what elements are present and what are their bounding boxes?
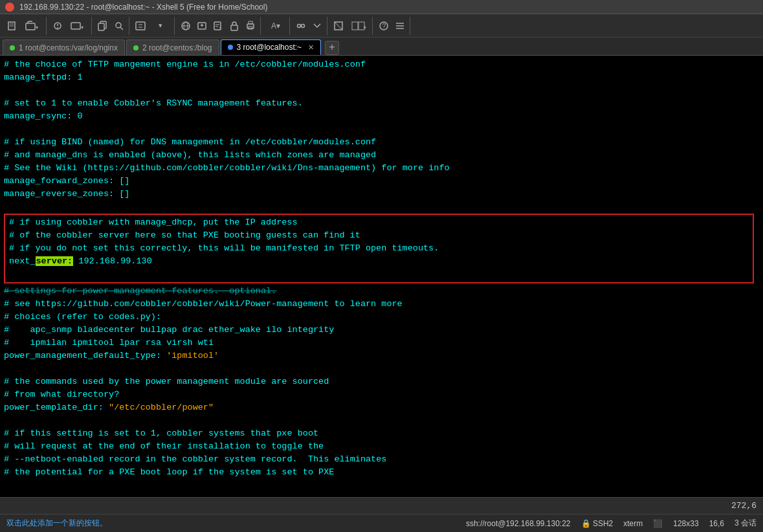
copy-btn[interactable] <box>95 18 111 34</box>
script-btn[interactable] <box>210 18 226 34</box>
line-10: manage_forward_zones: [] <box>4 175 759 188</box>
tab-bar: 1 root@centos:/var/log/nginx 2 root@cent… <box>0 38 763 56</box>
line-12 <box>4 201 759 214</box>
session-count: 3 会话 <box>735 518 757 529</box>
line-9: # See the Wiki (https://github.com/cobbl… <box>4 162 759 175</box>
transfer-btn[interactable] <box>133 18 148 34</box>
svg-point-31 <box>302 24 305 27</box>
line-6 <box>4 123 759 136</box>
line-pm-6 <box>4 362 759 375</box>
line-2: manage_tftpd: 1 <box>4 71 759 84</box>
font-btn[interactable]: A▾ <box>264 18 287 34</box>
add-tab-hint[interactable]: 双击此处添加一个新的按钮。 <box>6 518 107 529</box>
line-pxe-1: # if this setting is set to 1, cobbler s… <box>4 427 759 440</box>
toolbar-group-file: ▾ <box>3 17 47 35</box>
tab-dot-1 <box>10 45 15 50</box>
help-btn[interactable]: ? <box>376 18 392 34</box>
svg-line-34 <box>335 22 342 30</box>
toolbar-group-layout: ▾ <box>329 17 373 35</box>
globe-btn[interactable] <box>178 18 194 34</box>
print-btn[interactable] <box>243 18 258 34</box>
transfer-dropdown-btn[interactable]: ▾ <box>149 18 172 34</box>
title-text: 192.168.99.130:22 - root@localhost:~ - X… <box>19 3 267 12</box>
layout-btn[interactable]: ▾ <box>347 18 370 34</box>
terminal-type: xterm <box>623 519 643 528</box>
new-session-btn[interactable] <box>5 18 20 34</box>
svg-text:▾: ▾ <box>81 25 83 30</box>
properties-dropdown-btn[interactable]: ▾ <box>66 18 89 34</box>
find-btn[interactable] <box>111 18 127 34</box>
line-11: manage_reverse_zones: [] <box>4 188 759 201</box>
svg-rect-14 <box>136 22 145 30</box>
tmpl-value: "/etc/cobbler/power" <box>109 403 214 412</box>
line-tmpl-4 <box>4 414 759 427</box>
cursor-position: 272,6 <box>731 501 757 511</box>
tab-dot-2 <box>133 45 138 50</box>
svg-text:▾: ▾ <box>364 25 366 30</box>
sftp-btn[interactable] <box>194 18 210 34</box>
dimensions-icon: ⬛ <box>653 519 663 528</box>
tab-add-btn[interactable]: + <box>325 41 339 55</box>
line-1: # the choice of TFTP mangement engine is… <box>4 58 759 71</box>
svg-rect-8 <box>71 23 80 29</box>
svg-rect-3 <box>26 23 35 30</box>
svg-text:?: ? <box>382 23 386 30</box>
line-pm-3: # apc_snmp bladecenter bullpap drac ethe… <box>4 324 759 337</box>
bottom-bar: 双击此处添加一个新的按钮。 ssh://root@192.168.99.130:… <box>0 514 763 532</box>
session-info: ssh://root@192.168.99.130:22 🔒 SSH2 xter… <box>466 518 757 529</box>
tab-label-3: 3 root@localhost:~ <box>237 43 302 52</box>
line-pm-2: # choices (refer to codes.py): <box>4 311 759 324</box>
server-highlight: server: <box>36 256 74 266</box>
line-5: manage_rsync: 0 <box>4 110 759 123</box>
title-bar: 192.168.99.130:22 - root@localhost:~ - X… <box>0 0 763 14</box>
tab-1[interactable]: 1 root@centos:/var/log/nginx <box>3 39 125 55</box>
line-pxe-2: # will request at the end of their insta… <box>4 440 759 453</box>
menu-btn[interactable] <box>392 18 408 34</box>
connect-btn[interactable] <box>309 18 325 34</box>
svg-point-7 <box>57 27 58 28</box>
open-btn[interactable]: ▾ <box>21 18 44 34</box>
compose-btn[interactable] <box>293 18 309 34</box>
line-tmpl-1: # the commands used by the power managem… <box>4 375 759 388</box>
svg-point-12 <box>116 23 121 28</box>
line-8: # and manage_dns is enabled (above), thi… <box>4 149 759 162</box>
box-line-3: # if you do not set this correctly, this… <box>9 242 749 255</box>
status-bar: 272,6 <box>0 497 763 514</box>
line-4: # set to 1 to enable Cobbler's RSYNC man… <box>4 97 759 110</box>
pm-value: 'ipmitool' <box>166 351 219 360</box>
line-pxe-3: # --netboot-enabled record in the cobble… <box>4 453 759 466</box>
box-line-1: # if using cobbler with manage_dhcp, put… <box>9 216 749 229</box>
toolbar: ▾ ▾ ▾ <box>0 14 763 38</box>
tab-3[interactable]: 3 root@localhost:~ ✕ <box>221 39 322 55</box>
tab-2[interactable]: 2 root@centos:/blog <box>126 39 219 55</box>
line-3 <box>4 84 759 97</box>
line-pm-5: power_management_default_type: 'ipmitool… <box>4 349 759 362</box>
tab-label-2: 2 root@centos:/blog <box>142 43 212 52</box>
line-7: # if using BIND (named) for DNS manageme… <box>4 136 759 149</box>
cursor-pos: 16,6 <box>709 519 724 528</box>
app-icon <box>5 3 14 12</box>
toolbar-group-zoom: A▾ <box>262 17 290 35</box>
line-strikethrough: # settings for power management features… <box>4 285 759 298</box>
line-tmpl-2: # from what directory? <box>4 388 759 401</box>
terminal-area[interactable]: # the choice of TFTP mangement engine is… <box>0 56 763 497</box>
svg-text:▾: ▾ <box>36 25 38 30</box>
toolbar-group-tools <box>176 17 261 35</box>
tab-close-3[interactable]: ✕ <box>308 43 314 52</box>
dimensions: 128x33 <box>673 519 698 528</box>
toolbar-group-transfer: ▾ <box>131 17 175 35</box>
box-line-4: next_server: 192.168.99.130 <box>9 255 749 268</box>
toolbar-group-help: ? <box>374 17 410 35</box>
toolbar-group-edit: ▾ <box>48 17 92 35</box>
toolbar-group-copy <box>93 17 129 35</box>
box-line-2: # of the cobbler server here so that PXE… <box>9 229 749 242</box>
svg-rect-23 <box>214 22 221 30</box>
line-pxe-4: # the potential for a PXE boot loop if t… <box>4 466 759 479</box>
svg-rect-26 <box>231 25 238 30</box>
ssh-info: ssh://root@192.168.99.130:22 <box>466 519 571 528</box>
maximize-btn[interactable] <box>331 18 346 34</box>
lock-btn[interactable] <box>227 18 242 34</box>
ssh-protocol: 🔒 SSH2 <box>581 519 614 528</box>
highlighted-section: # if using cobbler with manage_dhcp, put… <box>4 214 754 283</box>
properties-btn[interactable] <box>50 18 65 34</box>
